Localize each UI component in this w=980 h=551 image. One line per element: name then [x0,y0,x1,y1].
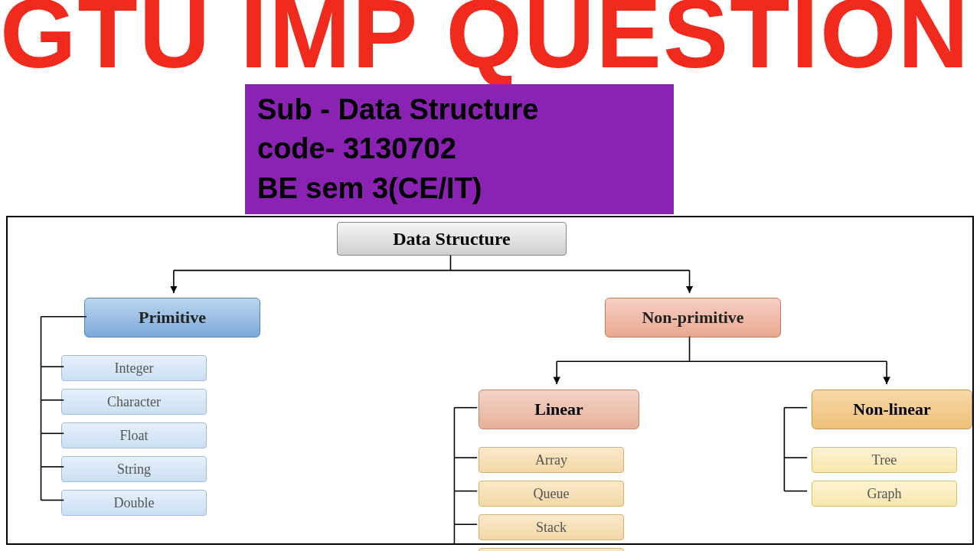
leaf-array: Array [479,447,624,473]
info-line-subject: Sub - Data Structure [257,90,662,129]
info-line-semester: BE sem 3(CE/IT) [257,169,662,208]
leaf-string: String [61,456,207,482]
leaf-double: Double [61,490,207,516]
leaf-character: Character [61,389,207,415]
leaf-integer: Integer [61,355,207,381]
leaf-graph: Graph [812,481,957,507]
main-title: GTU IMP QUESTION [0,0,980,83]
leaf-linkedlist: Linked list [479,548,624,551]
subject-info-box: Sub - Data Structure code- 3130702 BE se… [245,84,674,214]
node-nonlinear: Non-linear [812,390,972,429]
leaf-stack: Stack [479,514,624,540]
leaf-tree: Tree [812,447,957,473]
stage: GTU IMP QUESTION Sub - Data Structure co… [0,0,980,551]
leaf-float: Float [61,422,207,448]
node-primitive: Primitive [84,298,260,337]
node-nonprimitive: Non-primitive [605,298,781,337]
node-linear: Linear [479,390,639,429]
node-root: Data Structure [337,222,567,256]
leaf-queue: Queue [479,481,624,507]
info-line-code: code- 3130702 [257,129,662,168]
diagram-frame: Data Structure Primitive Non-primitive L… [6,216,974,545]
